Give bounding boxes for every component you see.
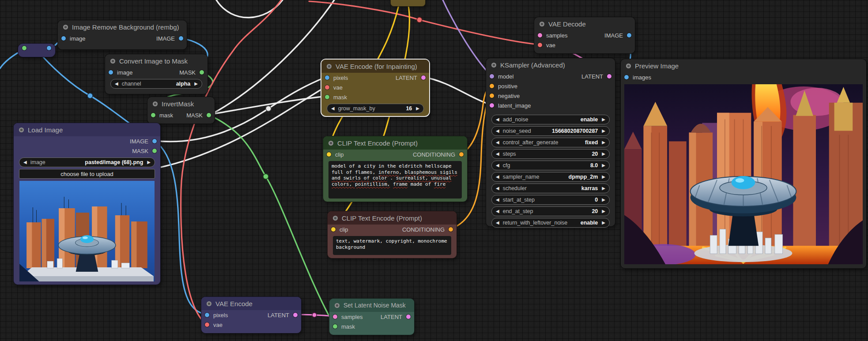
- decrement-arrow-icon[interactable]: ◀: [115, 82, 118, 86]
- mask-input-slot[interactable]: [325, 95, 329, 99]
- samples-input-slot[interactable]: [538, 33, 542, 37]
- node-titlebar[interactable]: CLIP Text Encode (Prompt): [328, 211, 457, 225]
- node-vae-encode-inpainting[interactable]: VAE Encode (for Inpainting) pixels LATEN…: [321, 59, 430, 117]
- choose-file-button[interactable]: choose file to upload: [19, 169, 155, 179]
- model-input-slot[interactable]: [490, 74, 494, 79]
- node-clip-text-encode-negative[interactable]: CLIP Text Encode (Prompt) clip CONDITION…: [327, 211, 457, 259]
- latent-output-slot[interactable]: [293, 313, 298, 317]
- collapse-dot-icon[interactable]: [335, 303, 340, 308]
- widget-channel[interactable]: ◀ channel alpha ▶: [110, 79, 202, 89]
- reroute-dot-white[interactable]: [266, 106, 271, 111]
- collapse-dot-icon[interactable]: [110, 59, 115, 64]
- node-titlebar[interactable]: Set Latent Noise Mask: [329, 299, 414, 312]
- increment-arrow-icon[interactable]: ▶: [602, 152, 605, 156]
- increment-arrow-icon[interactable]: ▶: [602, 221, 605, 225]
- latent-output-slot[interactable]: [406, 315, 411, 319]
- increment-arrow-icon[interactable]: ▶: [416, 106, 419, 111]
- vae-input-slot[interactable]: [538, 43, 542, 47]
- conditioning-output-slot[interactable]: [459, 152, 464, 157]
- decrement-arrow-icon[interactable]: ◀: [496, 163, 499, 168]
- mask-output-slot[interactable]: [152, 149, 157, 153]
- node-titlebar[interactable]: InvertMask: [147, 97, 215, 110]
- widget-sampler-name[interactable]: ◀ sampler_name dpmpp_2m ▶: [491, 172, 610, 182]
- collapse-dot-icon[interactable]: [63, 25, 68, 30]
- decrement-arrow-icon[interactable]: ◀: [496, 152, 499, 156]
- node-preview-image[interactable]: Preview Image images: [620, 59, 867, 269]
- decrement-arrow-icon[interactable]: ◀: [496, 198, 499, 202]
- widget-steps[interactable]: ◀ steps 20 ▶: [491, 149, 610, 159]
- collapse-dot-icon[interactable]: [207, 301, 211, 306]
- widget-return-with-leftover-noise[interactable]: ◀ return_with_leftover_noise enable ▶: [491, 218, 610, 228]
- widget-grow-mask-by[interactable]: ◀ grow_mask_by 16 ▶: [327, 104, 424, 113]
- image-output-slot[interactable]: [152, 139, 157, 143]
- mask-output-slot[interactable]: [200, 70, 204, 75]
- decrement-arrow-icon[interactable]: ◀: [496, 186, 499, 191]
- mask-input-slot[interactable]: [333, 324, 337, 329]
- reroute-dot-blue[interactable]: [87, 93, 93, 98]
- increment-arrow-icon[interactable]: ▶: [602, 140, 605, 145]
- decrement-arrow-icon[interactable]: ◀: [496, 117, 499, 122]
- pixels-input-slot[interactable]: [205, 313, 209, 317]
- latent-output-slot[interactable]: [421, 75, 426, 80]
- pixels-input-slot[interactable]: [325, 75, 329, 80]
- positive-input-slot[interactable]: [490, 84, 494, 88]
- decrement-arrow-icon[interactable]: ◀: [496, 140, 499, 145]
- node-invert-mask[interactable]: InvertMask mask MASK: [147, 97, 215, 124]
- collapsed-input-slot[interactable]: [22, 46, 26, 50]
- mask-input-slot[interactable]: [151, 113, 155, 117]
- latent-image-input-slot[interactable]: [490, 103, 494, 108]
- increment-arrow-icon[interactable]: ▶: [602, 198, 605, 202]
- increment-arrow-icon[interactable]: ▶: [147, 160, 151, 165]
- node-titlebar[interactable]: Convert Image to Mask: [105, 54, 208, 67]
- node-load-image[interactable]: Load Image IMAGE MASK ◀ image pasted/ima…: [13, 123, 161, 285]
- collapse-dot-icon[interactable]: [327, 64, 332, 69]
- node-titlebar[interactable]: VAE Decode: [534, 17, 635, 30]
- decrement-arrow-icon[interactable]: ◀: [496, 129, 499, 133]
- collapse-dot-icon[interactable]: [491, 63, 496, 67]
- node-titlebar[interactable]: KSampler (Advanced): [486, 58, 615, 71]
- vae-input-slot[interactable]: [205, 322, 209, 327]
- collapse-dot-icon[interactable]: [328, 141, 333, 146]
- collapse-dot-icon[interactable]: [626, 64, 631, 68]
- decrement-arrow-icon[interactable]: ◀: [496, 175, 499, 179]
- decrement-arrow-icon[interactable]: ◀: [496, 221, 499, 225]
- widget-control-after-generate[interactable]: ◀ control_after_generate fixed ▶: [491, 138, 610, 147]
- decrement-arrow-icon[interactable]: ◀: [23, 160, 27, 165]
- reroute-dot-green[interactable]: [263, 174, 268, 179]
- widget-cfg[interactable]: ◀ cfg 8.0 ▶: [491, 161, 610, 170]
- node-image-remove-background[interactable]: Image Remove Background (rembg) image IM…: [57, 20, 187, 50]
- clip-input-slot[interactable]: [331, 227, 336, 232]
- conditioning-output-slot[interactable]: [449, 227, 453, 232]
- image-input-slot[interactable]: [109, 70, 113, 75]
- increment-arrow-icon[interactable]: ▶: [602, 186, 605, 191]
- negative-prompt-textarea[interactable]: text, watermark, copyright, monochrome b…: [333, 236, 451, 255]
- latent-output-slot[interactable]: [607, 74, 611, 79]
- decrement-arrow-icon[interactable]: ◀: [496, 209, 499, 214]
- node-vae-encode[interactable]: VAE Encode pixels LATENT vae: [201, 296, 302, 334]
- widget-scheduler[interactable]: ◀ scheduler karras ▶: [491, 184, 610, 193]
- images-input-slot[interactable]: [624, 75, 629, 79]
- node-graph-canvas[interactable]: Image Remove Background (rembg) image IM…: [0, 0, 868, 341]
- reroute-dot-pink[interactable]: [312, 313, 317, 317]
- widget-noise-seed[interactable]: ◀ noise_seed 156680208700287 ▶: [491, 126, 610, 136]
- mask-output-slot[interactable]: [207, 113, 211, 117]
- collapsed-node[interactable]: [18, 43, 56, 57]
- vae-input-slot[interactable]: [325, 85, 329, 90]
- increment-arrow-icon[interactable]: ▶: [602, 175, 605, 179]
- image-input-slot[interactable]: [61, 36, 66, 41]
- node-titlebar[interactable]: Image Remove Background (rembg): [58, 20, 187, 34]
- node-clip-text-encode-positive[interactable]: CLIP Text Encode (Prompt) clip CONDITION…: [323, 136, 468, 202]
- node-vae-decode[interactable]: VAE Decode samples IMAGE vae: [534, 17, 635, 54]
- node-ksampler-advanced[interactable]: KSampler (Advanced) model LATENT positiv…: [486, 58, 615, 227]
- node-convert-image-to-mask[interactable]: Convert Image to Mask image MASK ◀ chann…: [105, 54, 208, 94]
- decrement-arrow-icon[interactable]: ◀: [331, 106, 335, 111]
- increment-arrow-icon[interactable]: ▶: [602, 129, 605, 133]
- increment-arrow-icon[interactable]: ▶: [602, 163, 605, 168]
- node-titlebar[interactable]: Load Image: [14, 123, 160, 136]
- collapse-dot-icon[interactable]: [19, 127, 24, 132]
- image-output-slot[interactable]: [627, 33, 631, 37]
- node-set-latent-noise-mask[interactable]: Set Latent Noise Mask samples LATENT mas…: [329, 298, 415, 335]
- collapse-dot-icon[interactable]: [153, 101, 158, 106]
- collapse-dot-icon[interactable]: [540, 22, 544, 26]
- samples-input-slot[interactable]: [333, 315, 337, 319]
